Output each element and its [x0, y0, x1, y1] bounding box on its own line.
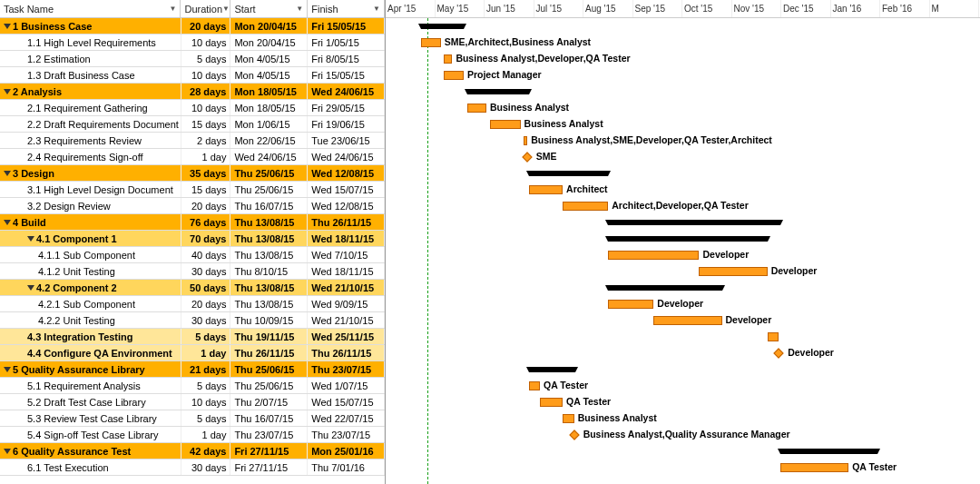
cell-name[interactable]: 4.4 Configure QA Environment: [0, 345, 181, 361]
cell-duration[interactable]: 2 days: [181, 133, 231, 148]
cell-duration[interactable]: 20 days: [181, 296, 231, 311]
cell-start[interactable]: Thu 13/08/15: [230, 247, 308, 262]
cell-duration[interactable]: 15 days: [181, 116, 231, 132]
cell-start[interactable]: Thu 13/08/15: [230, 214, 308, 230]
task-row[interactable]: 4.3 Integration Testing5 daysThu 19/11/1…: [0, 329, 385, 345]
cell-finish[interactable]: Wed 22/07/15: [308, 410, 385, 426]
cell-start[interactable]: Thu 8/10/15: [230, 263, 308, 279]
cell-start[interactable]: Thu 19/11/15: [230, 329, 308, 344]
cell-finish[interactable]: Wed 21/10/15: [308, 280, 385, 295]
dropdown-icon[interactable]: ▼: [170, 5, 177, 13]
col-header-name[interactable]: Task Name▼: [0, 0, 181, 17]
cell-start[interactable]: Thu 13/08/15: [230, 280, 308, 295]
expand-icon[interactable]: [27, 236, 34, 242]
task-row[interactable]: 6.1 Test Execution30 daysFri 27/11/15Thu…: [0, 459, 385, 476]
milestone-marker[interactable]: [522, 152, 532, 162]
summary-bar[interactable]: [608, 236, 767, 242]
cell-name[interactable]: 1.1 High Level Requirements: [0, 35, 181, 50]
cell-finish[interactable]: Wed 1/07/15: [308, 378, 385, 393]
task-bar[interactable]: [529, 185, 564, 194]
cell-finish[interactable]: Wed 18/11/15: [308, 231, 385, 246]
task-bar[interactable]: [653, 316, 721, 325]
task-row[interactable]: 2.2 Draft Requirements Document15 daysMo…: [0, 116, 385, 133]
cell-start[interactable]: Thu 25/06/15: [230, 378, 308, 393]
cell-finish[interactable]: Thu 23/07/15: [308, 427, 385, 442]
cell-duration[interactable]: 10 days: [181, 394, 231, 410]
summary-bar[interactable]: [467, 89, 529, 94]
cell-finish[interactable]: Wed 12/08/15: [308, 165, 385, 181]
summary-bar[interactable]: [421, 24, 464, 29]
cell-start[interactable]: Thu 13/08/15: [230, 296, 308, 311]
task-row[interactable]: 3.2 Design Review20 daysThu 16/07/15Wed …: [0, 198, 385, 214]
cell-duration[interactable]: 15 days: [181, 182, 231, 197]
task-bar[interactable]: [524, 136, 527, 145]
cell-name[interactable]: 4.1.1 Sub Component: [0, 247, 181, 262]
dropdown-icon[interactable]: ▼: [373, 5, 380, 13]
summary-bar[interactable]: [529, 367, 576, 372]
summary-bar[interactable]: [608, 220, 780, 225]
task-row[interactable]: 4.2 Component 250 daysThu 13/08/15Wed 21…: [0, 280, 385, 296]
cell-finish[interactable]: Wed 24/06/15: [308, 84, 385, 99]
cell-name[interactable]: 4.3 Integration Testing: [0, 329, 181, 344]
cell-finish[interactable]: Thu 26/11/15: [308, 345, 385, 361]
task-row[interactable]: 6 Quality Assurance Test42 daysFri 27/11…: [0, 443, 385, 459]
cell-duration[interactable]: 1 day: [181, 149, 231, 164]
task-row[interactable]: 5.3 Review Test Case Library5 daysThu 16…: [0, 410, 385, 427]
task-row[interactable]: 1.3 Draft Business Case10 daysMon 4/05/1…: [0, 67, 385, 84]
task-row[interactable]: 2 Analysis28 daysMon 18/05/15Wed 24/06/1…: [0, 84, 385, 100]
cell-duration[interactable]: 30 days: [181, 459, 231, 475]
milestone-marker[interactable]: [774, 348, 784, 358]
dropdown-icon[interactable]: ▼: [222, 5, 230, 13]
cell-finish[interactable]: Wed 9/09/15: [308, 296, 385, 311]
cell-duration[interactable]: 35 days: [181, 165, 231, 181]
cell-finish[interactable]: Wed 15/07/15: [308, 394, 385, 410]
task-row[interactable]: 4.1.1 Sub Component40 daysThu 13/08/15We…: [0, 247, 385, 263]
expand-icon[interactable]: [4, 449, 11, 454]
cell-duration[interactable]: 20 days: [181, 18, 231, 34]
task-bar[interactable]: [467, 104, 486, 113]
task-bar[interactable]: [563, 202, 608, 211]
cell-duration[interactable]: 5 days: [181, 51, 231, 66]
task-bar[interactable]: [768, 332, 779, 341]
task-bar[interactable]: [444, 71, 463, 80]
cell-finish[interactable]: Thu 23/07/15: [308, 361, 385, 377]
cell-start[interactable]: Thu 25/06/15: [230, 165, 308, 181]
cell-name[interactable]: 2 Analysis: [0, 84, 181, 99]
cell-start[interactable]: Mon 18/05/15: [230, 84, 308, 99]
cell-name[interactable]: 6 Quality Assurance Test: [0, 443, 181, 459]
task-row[interactable]: 5.4 Sign-off Test Case Library1 dayThu 2…: [0, 427, 385, 443]
task-bar[interactable]: [529, 381, 541, 390]
task-row[interactable]: 2.4 Requirements Sign-off1 dayWed 24/06/…: [0, 149, 385, 165]
cell-duration[interactable]: 40 days: [181, 247, 231, 262]
cell-finish[interactable]: Wed 12/08/15: [308, 198, 385, 213]
task-row[interactable]: 2.1 Requirement Gathering10 daysMon 18/0…: [0, 100, 385, 116]
col-header-start[interactable]: Start▼: [230, 0, 308, 17]
cell-name[interactable]: 2.2 Draft Requirements Document: [0, 116, 181, 132]
task-row[interactable]: 4.4 Configure QA Environment1 dayThu 26/…: [0, 345, 385, 361]
col-header-finish[interactable]: Finish▼: [308, 0, 385, 17]
expand-icon[interactable]: [4, 89, 11, 94]
cell-name[interactable]: 4.1.2 Unit Testing: [0, 263, 181, 279]
cell-name[interactable]: 2.1 Requirement Gathering: [0, 100, 181, 115]
cell-finish[interactable]: Wed 21/10/15: [308, 312, 385, 328]
task-bar[interactable]: [421, 38, 440, 47]
dropdown-icon[interactable]: ▼: [296, 5, 303, 13]
cell-name[interactable]: 2.3 Requirements Review: [0, 133, 181, 148]
task-bar[interactable]: [563, 414, 574, 423]
cell-start[interactable]: Fri 27/11/15: [230, 459, 308, 475]
col-header-duration[interactable]: Duration▼: [181, 0, 230, 17]
task-row[interactable]: 4.2.1 Sub Component20 daysThu 13/08/15We…: [0, 296, 385, 312]
task-row[interactable]: 5.1 Requirement Analysis5 daysThu 25/06/…: [0, 378, 385, 394]
cell-name[interactable]: 4.2.2 Unit Testing: [0, 312, 181, 328]
cell-name[interactable]: 3 Design: [0, 165, 181, 181]
cell-start[interactable]: Thu 25/06/15: [230, 361, 308, 377]
cell-name[interactable]: 3.2 Design Review: [0, 198, 181, 213]
cell-finish[interactable]: Fri 29/05/15: [308, 100, 385, 115]
task-row[interactable]: 1 Business Case20 daysMon 20/04/15Fri 15…: [0, 18, 385, 35]
gantt-panel[interactable]: Apr '15May '15Jun '15Jul '15Aug '15Sep '…: [386, 0, 980, 484]
cell-start[interactable]: Wed 24/06/15: [230, 149, 308, 164]
cell-start[interactable]: Thu 25/06/15: [230, 182, 308, 197]
cell-duration[interactable]: 10 days: [181, 100, 231, 115]
cell-name[interactable]: 1.2 Estimation: [0, 51, 181, 66]
expand-icon[interactable]: [4, 171, 11, 176]
